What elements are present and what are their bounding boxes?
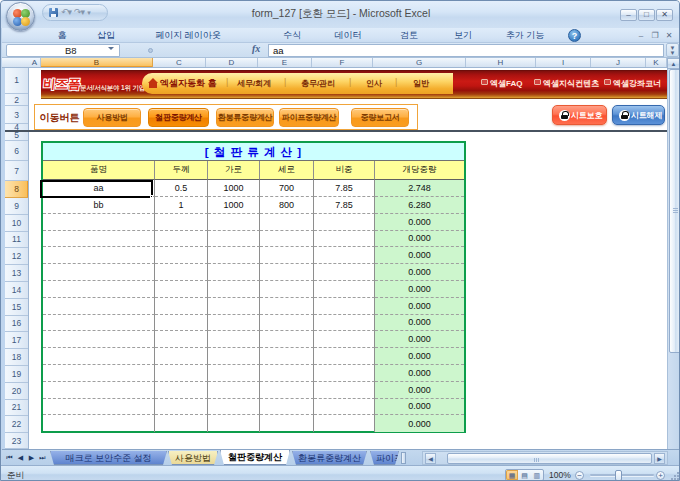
row-header-22[interactable]: 22 — [5, 416, 28, 433]
banner-menu-3[interactable]: 인사 — [359, 78, 389, 89]
ribbon-tab-6[interactable]: 검토 — [391, 29, 427, 43]
column-header-F[interactable]: F — [312, 58, 373, 67]
table-cell[interactable]: 0.5 — [155, 180, 208, 197]
table-cell[interactable] — [208, 348, 260, 365]
table-cell[interactable] — [155, 298, 208, 315]
table-cell[interactable] — [155, 348, 208, 365]
table-cell[interactable]: 0.000 — [375, 365, 464, 382]
ribbon-tab-2[interactable]: 삽입 — [90, 29, 122, 43]
table-cell[interactable] — [208, 298, 260, 315]
view-normal-icon[interactable]: ▦ — [506, 470, 518, 480]
table-cell[interactable] — [208, 264, 260, 281]
table-cell[interactable]: 0.000 — [375, 247, 464, 264]
table-cell[interactable] — [155, 214, 208, 231]
table-cell[interactable] — [208, 365, 260, 382]
table-cell[interactable]: 800 — [260, 197, 314, 214]
table-cell[interactable]: 7.85 — [314, 180, 375, 197]
bizforms-logo[interactable]: 비즈폼 — [42, 76, 81, 93]
table-cell[interactable] — [43, 382, 155, 399]
fill-handle[interactable] — [150, 195, 153, 198]
table-cell[interactable] — [314, 315, 375, 332]
tab-prev-icon[interactable]: ◀ — [16, 453, 25, 463]
banner-link-3[interactable]: 엑셀강좌코너 — [613, 78, 661, 89]
row-header-10[interactable]: 10 — [5, 215, 28, 232]
ribbon-tab-7[interactable]: 보기 — [445, 29, 481, 43]
doc-restore-icon[interactable]: ❐ — [648, 30, 662, 42]
table-cell[interactable] — [43, 247, 155, 264]
table-cell[interactable] — [314, 365, 375, 382]
nav-button-5[interactable]: 중량보고서 — [351, 108, 409, 127]
table-cell[interactable] — [260, 382, 314, 399]
table-cell[interactable] — [208, 382, 260, 399]
row-header-15[interactable]: 15 — [5, 299, 28, 316]
row-header-11[interactable]: 11 — [5, 232, 28, 249]
table-cell[interactable] — [314, 231, 375, 248]
table-cell[interactable] — [260, 348, 314, 365]
table-cell[interactable] — [155, 281, 208, 298]
table-cell[interactable] — [155, 365, 208, 382]
row-header-18[interactable]: 18 — [5, 349, 28, 366]
table-cell[interactable]: 2.748 — [375, 180, 464, 197]
row-header-1[interactable]: 1 — [5, 68, 28, 95]
table-cell[interactable]: 0.000 — [375, 331, 464, 348]
name-box-splitter[interactable] — [148, 48, 153, 53]
table-cell[interactable] — [260, 331, 314, 348]
ribbon-tab-5[interactable]: 데이터 — [327, 29, 369, 43]
table-cell[interactable] — [260, 281, 314, 298]
row-header-14[interactable]: 14 — [5, 282, 28, 299]
table-cell[interactable] — [260, 415, 314, 432]
row-header-23[interactable]: 23 — [5, 433, 28, 449]
table-cell[interactable] — [155, 415, 208, 432]
table-cell[interactable] — [43, 415, 155, 432]
table-cell[interactable] — [208, 331, 260, 348]
table-cell[interactable] — [314, 348, 375, 365]
row-header-16[interactable]: 16 — [5, 316, 28, 333]
table-cell[interactable] — [155, 315, 208, 332]
maximize-button[interactable]: □ — [638, 9, 655, 21]
horizontal-scroll-thumb[interactable] — [447, 453, 652, 464]
table-cell[interactable] — [155, 382, 208, 399]
table-cell[interactable] — [260, 264, 314, 281]
row-header-20[interactable]: 20 — [5, 383, 28, 400]
nav-button-4[interactable]: 파이프중량계산 — [279, 108, 339, 127]
doc-minimize-icon[interactable]: – — [634, 30, 648, 42]
zoom-level-label[interactable]: 100% — [549, 470, 571, 480]
table-cell[interactable] — [208, 247, 260, 264]
active-cell-b8[interactable] — [40, 180, 153, 198]
nav-button-2[interactable]: 철판중량계산 — [148, 108, 209, 127]
banner-link-2[interactable]: 엑셀지식컨텐츠 — [543, 78, 599, 89]
ribbon-tab-8[interactable]: 추가 기능 — [496, 29, 554, 43]
table-cell[interactable] — [314, 298, 375, 315]
table-cell[interactable]: 0.000 — [375, 382, 464, 399]
table-cell[interactable]: 6.280 — [375, 197, 464, 214]
tab-first-icon[interactable]: ⏮ — [5, 453, 14, 463]
scroll-left-icon[interactable]: ◀ — [425, 453, 436, 464]
row-header-2[interactable]: 2 — [5, 94, 28, 106]
table-cell[interactable]: 0.000 — [375, 214, 464, 231]
table-cell[interactable] — [43, 315, 155, 332]
scroll-up-icon[interactable]: ▲ — [667, 58, 680, 69]
table-cell[interactable] — [43, 331, 155, 348]
sheet-tab-4[interactable]: 환봉류중량계산 — [292, 451, 367, 465]
tab-splitter[interactable] — [401, 452, 406, 464]
table-cell[interactable] — [43, 231, 155, 248]
row-header-12[interactable]: 12 — [5, 248, 28, 265]
nav-button-1[interactable]: 사용방법 — [83, 108, 141, 127]
column-header-H[interactable]: H — [466, 58, 536, 67]
table-cell[interactable] — [260, 315, 314, 332]
table-cell[interactable]: 7.85 — [314, 197, 375, 214]
doc-close-icon[interactable]: ✕ — [662, 30, 676, 42]
table-cell[interactable] — [43, 298, 155, 315]
table-cell[interactable] — [314, 214, 375, 231]
table-cell[interactable] — [155, 331, 208, 348]
table-cell[interactable] — [43, 399, 155, 416]
table-cell[interactable] — [208, 315, 260, 332]
sheet-tab-5[interactable]: 파이프중량계산 — [370, 451, 399, 465]
table-cell[interactable]: bb — [43, 197, 155, 214]
name-box[interactable]: B8 — [6, 44, 120, 57]
banner-home-link[interactable]: 엑셀자동화 홈 — [160, 77, 217, 90]
sheet-unprotect-button[interactable]: 시트해제 — [612, 105, 665, 125]
vertical-scrollbar[interactable]: ▲ ▼ — [667, 58, 680, 461]
column-header-C[interactable]: C — [153, 58, 206, 67]
banner-menu-1[interactable]: 세무/회계 — [227, 78, 281, 89]
